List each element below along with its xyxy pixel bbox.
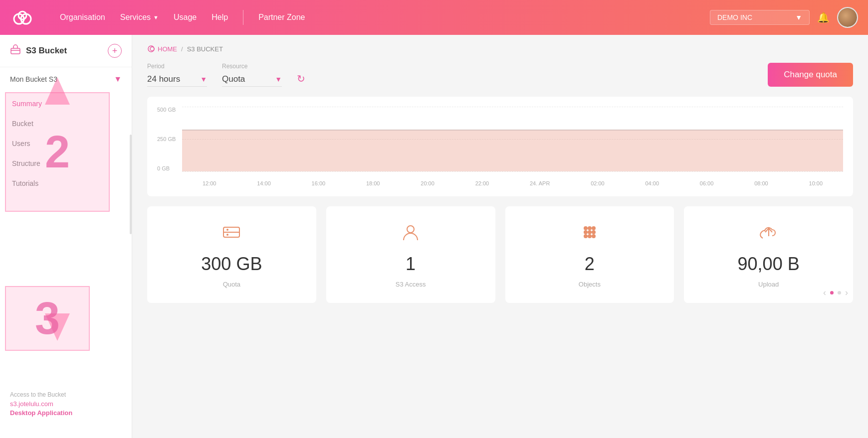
main-layout: S3 Bucket + Mon Bucket S3 ▼ 2 Summary Bu… — [0, 35, 868, 438]
svg-point-19 — [588, 234, 592, 238]
chart-area: 500 GB 250 GB 0 GB 12:00 14:00 16:00 18:… — [157, 107, 843, 186]
footer-s3-link[interactable]: s3.jotelulu.com — [10, 400, 122, 408]
user-icon — [400, 221, 422, 248]
x-label-1400: 14:00 — [257, 180, 271, 186]
stat-cards: 300 GB Quota 1 S3 Access — [147, 206, 853, 303]
controls-row: Period 24 hours ▼ Resource Quota ▼ ↻ Cha… — [147, 63, 853, 87]
quota-value: 300 GB — [201, 254, 262, 275]
org-name: DEMO INC — [717, 13, 752, 21]
s3access-value: 1 — [406, 254, 416, 275]
chart-x-axis: 12:00 14:00 16:00 18:00 20:00 22:00 24. … — [182, 180, 843, 186]
breadcrumb: HOME / S3 BUCKET — [147, 45, 853, 53]
sidebar-scrollbar[interactable] — [130, 135, 132, 234]
avatar[interactable] — [837, 7, 858, 28]
upload-value: 90,00 B — [738, 254, 800, 275]
x-label-0800: 08:00 — [754, 180, 768, 186]
svg-point-13 — [588, 226, 592, 230]
svg-point-9 — [226, 229, 228, 231]
objects-label: Objects — [579, 281, 601, 288]
period-value: 24 hours — [147, 74, 180, 84]
nav-organisation[interactable]: Organisation — [60, 13, 105, 22]
objects-value: 2 — [585, 254, 595, 275]
bucket-icon — [10, 44, 21, 58]
chart-data-bar — [182, 130, 843, 172]
chart-y-axis: 500 GB 250 GB 0 GB — [157, 107, 177, 171]
breadcrumb-home[interactable]: HOME — [147, 45, 177, 53]
main-content: HOME / S3 BUCKET Period 24 hours ▼ Resou… — [132, 35, 868, 438]
stat-card-s3access: 1 S3 Access — [326, 206, 495, 303]
breadcrumb-separator: / — [181, 45, 183, 53]
x-label-1600: 16:00 — [312, 180, 326, 186]
org-selector[interactable]: DEMO INC ▼ — [710, 10, 810, 25]
svg-point-20 — [592, 234, 596, 238]
x-label-2000: 20:00 — [421, 180, 434, 186]
org-dropdown-icon: ▼ — [795, 13, 802, 21]
stat-card-upload: 90,00 B Upload ‹ › — [684, 206, 853, 303]
change-quota-button[interactable]: Change quota — [768, 63, 853, 87]
carousel-prev-icon[interactable]: ‹ — [823, 288, 826, 298]
x-label-1000: 10:00 — [809, 180, 823, 186]
sidebar-header: S3 Bucket + — [0, 35, 132, 67]
footer-desktop-link[interactable]: Desktop Application — [10, 409, 122, 417]
arrow-down-icon — [45, 313, 70, 341]
chart-inner — [182, 107, 843, 171]
carousel-dot-inactive[interactable] — [838, 291, 841, 294]
topnav-right: DEMO INC ▼ 🔔 — [710, 7, 858, 28]
y-label-500: 500 GB — [157, 107, 177, 113]
x-label-0200: 02:00 — [591, 180, 605, 186]
sidebar-item-users[interactable]: Users — [0, 134, 132, 153]
resource-select[interactable]: Quota ▼ — [222, 72, 282, 87]
nav-services[interactable]: Services ▼ — [120, 13, 159, 22]
y-label-250: 250 GB — [157, 136, 177, 142]
nav-divider — [243, 10, 243, 25]
sidebar-item-bucket[interactable]: Bucket — [0, 114, 132, 134]
stat-card-objects: 2 Objects — [505, 206, 674, 303]
svg-point-10 — [226, 234, 228, 236]
logo[interactable] — [10, 9, 40, 26]
y-label-0: 0 GB — [157, 165, 177, 171]
svg-point-18 — [584, 234, 588, 238]
carousel-dot-active[interactable] — [830, 291, 834, 294]
nav-help[interactable]: Help — [212, 13, 228, 22]
footer-access-label: Access to the Bucket — [10, 391, 122, 398]
period-label: Period — [147, 63, 207, 70]
svg-point-14 — [592, 226, 596, 230]
objects-icon — [579, 221, 601, 248]
upload-label: Upload — [758, 281, 779, 288]
sidebar-footer: Access to the Bucket s3.jotelulu.com Des… — [0, 381, 132, 428]
svg-rect-3 — [11, 48, 20, 54]
resource-label: Resource — [222, 63, 282, 70]
carousel-controls: ‹ › — [823, 288, 848, 298]
x-label-1800: 18:00 — [366, 180, 380, 186]
chart-grid-top — [182, 107, 843, 107]
svg-point-16 — [588, 230, 592, 234]
bucket-dropdown-icon: ▼ — [114, 75, 122, 84]
top-navigation: Organisation Services ▼ Usage Help Partn… — [0, 0, 868, 35]
nav-links: Organisation Services ▼ Usage Help Partn… — [60, 10, 710, 25]
refresh-icon[interactable]: ↻ — [297, 73, 305, 85]
add-bucket-button[interactable]: + — [108, 44, 122, 58]
sidebar-item-structure[interactable]: Structure — [0, 153, 132, 173]
sidebar-item-tutorials[interactable]: Tutorials — [0, 173, 132, 193]
breadcrumb-current: S3 BUCKET — [187, 45, 223, 53]
carousel-next-icon[interactable]: › — [845, 288, 848, 298]
period-control: Period 24 hours ▼ — [147, 63, 207, 87]
period-select[interactable]: 24 hours ▼ — [147, 72, 207, 87]
nav-partner-zone[interactable]: Partner Zone — [258, 13, 305, 22]
svg-point-12 — [584, 226, 588, 230]
x-label-1200: 12:00 — [203, 180, 217, 186]
x-label-0600: 06:00 — [700, 180, 714, 186]
upload-icon — [758, 221, 780, 248]
bell-icon[interactable]: 🔔 — [817, 11, 830, 23]
chart-grid-bottom — [182, 171, 843, 172]
sidebar-title: S3 Bucket — [26, 46, 67, 56]
avatar-image — [838, 8, 857, 27]
x-label-24apr: 24. APR — [530, 180, 550, 186]
sidebar-title-row: S3 Bucket — [10, 44, 67, 58]
x-label-0400: 04:00 — [645, 180, 659, 186]
quota-label: Quota — [223, 281, 240, 288]
x-label-2200: 22:00 — [475, 180, 489, 186]
nav-usage[interactable]: Usage — [174, 13, 197, 22]
svg-point-17 — [592, 230, 596, 234]
resource-control: Resource Quota ▼ — [222, 63, 282, 87]
